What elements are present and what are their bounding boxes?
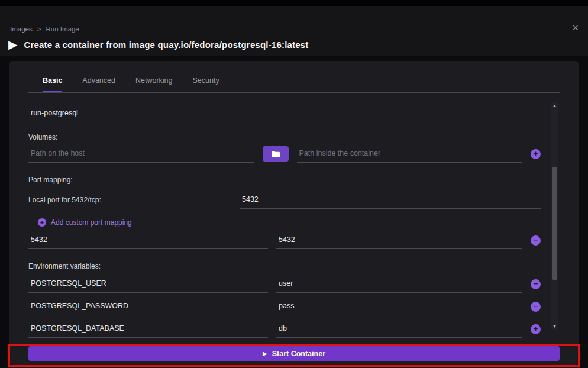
remove-port-mapping-button[interactable]: −: [531, 235, 541, 246]
start-container-button[interactable]: ▶ Start Container: [28, 346, 560, 361]
form-scroll-area: Volumes: + Port mapping: Local port for …: [9, 99, 579, 340]
env-value-input[interactable]: [276, 320, 522, 338]
scroll-up-icon[interactable]: ▲: [553, 102, 557, 109]
tab-security[interactable]: Security: [193, 76, 219, 92]
env-row: −: [28, 275, 541, 293]
form-content: Volumes: + Port mapping: Local port for …: [9, 99, 579, 338]
tab-bar: Basic Advanced Networking Security: [28, 61, 560, 93]
tab-basic[interactable]: Basic: [43, 76, 62, 92]
volume-host-path-input[interactable]: [28, 145, 254, 163]
env-value-input[interactable]: [276, 298, 522, 315]
tab-advanced[interactable]: Advanced: [82, 76, 115, 92]
play-icon: ▶: [263, 351, 267, 357]
titlebar: [0, 0, 588, 6]
title-row: ▶ Create a container from image quay.io/…: [8, 38, 576, 50]
local-port-row: Local port for 5432/tcp:: [28, 191, 541, 209]
env-key-input[interactable]: [28, 298, 268, 315]
folder-icon: [271, 150, 280, 158]
volumes-label: Volumes:: [28, 133, 541, 141]
breadcrumb-current: Run Image: [46, 25, 79, 33]
add-custom-port-mapping-link[interactable]: + Add custom port mapping: [38, 218, 132, 227]
env-key-input[interactable]: [28, 320, 268, 338]
volume-container-path-input[interactable]: [297, 145, 523, 163]
port-mapping-label: Port mapping:: [28, 176, 541, 184]
breadcrumb-images-link[interactable]: Images: [10, 25, 33, 33]
add-env-variable-button[interactable]: +: [531, 324, 541, 334]
page-header: Images > Run Image × ▶ Create a containe…: [0, 6, 588, 56]
scrollbar-track[interactable]: [551, 109, 558, 322]
custom-port-container-input[interactable]: [276, 231, 522, 249]
breadcrumb-separator-icon: >: [37, 25, 41, 33]
env-value-input[interactable]: [276, 275, 522, 293]
environment-variables-label: Environment variables:: [28, 262, 541, 270]
start-container-label: Start Container: [272, 350, 325, 358]
run-image-card: Basic Advanced Networking Security Volum…: [9, 61, 579, 365]
env-row: +: [28, 320, 541, 338]
page-title: Create a container from image quay.io/fe…: [24, 40, 308, 50]
remove-env-variable-button[interactable]: −: [531, 279, 541, 289]
podman-run-image-screen: Images > Run Image × ▶ Create a containe…: [0, 0, 588, 368]
local-port-input[interactable]: [240, 191, 541, 209]
remove-env-variable-button[interactable]: −: [531, 302, 541, 312]
plus-icon: +: [38, 218, 46, 227]
custom-port-row: −: [28, 231, 541, 249]
container-name-input[interactable]: [28, 105, 541, 122]
vertical-scrollbar[interactable]: ▲ ▼: [551, 102, 558, 330]
add-volume-button[interactable]: +: [531, 149, 541, 159]
play-icon: ▶: [8, 38, 17, 50]
browse-folder-button[interactable]: [263, 146, 289, 162]
breadcrumb: Images > Run Image: [10, 25, 79, 33]
scroll-down-icon[interactable]: ▼: [553, 322, 557, 330]
scrollbar-thumb[interactable]: [552, 167, 557, 280]
local-port-label: Local port for 5432/tcp:: [28, 196, 240, 204]
tab-networking[interactable]: Networking: [135, 76, 173, 92]
close-icon[interactable]: ×: [572, 22, 579, 33]
custom-port-host-input[interactable]: [28, 231, 268, 249]
add-custom-port-label: Add custom port mapping: [51, 218, 132, 227]
volumes-row: +: [28, 145, 541, 163]
env-row: −: [28, 298, 541, 315]
env-key-input[interactable]: [28, 275, 268, 293]
